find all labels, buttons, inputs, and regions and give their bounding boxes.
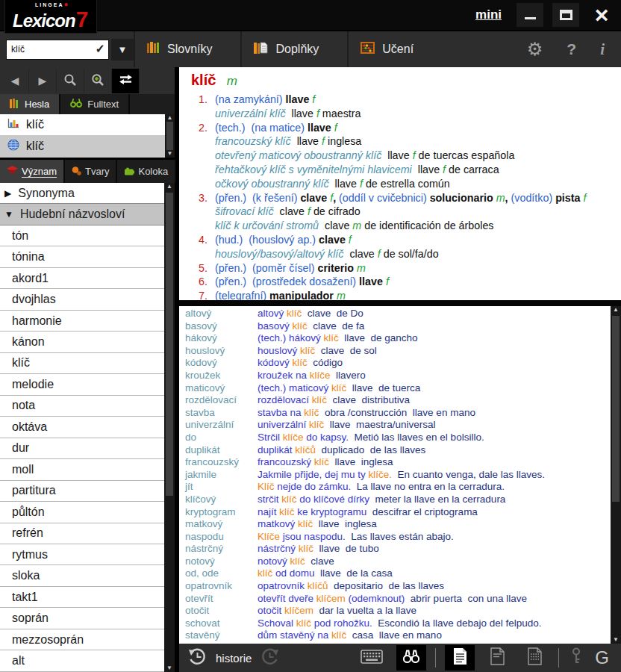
sidebar-item[interactable]: půltón: [0, 502, 164, 523]
sidebar-item[interactable]: alt: [0, 650, 164, 671]
collocations-scrollbar[interactable]: ▲ ▼: [611, 306, 621, 644]
info-icon[interactable]: i: [600, 40, 605, 59]
sidebar-item[interactable]: tón: [0, 225, 164, 246]
google-search-button[interactable]: G: [595, 647, 609, 668]
sense-line: 2.(tech.) (na matice) llave f: [188, 121, 618, 135]
sidebar-item[interactable]: oktáva: [0, 417, 164, 438]
scrollbar-thumb[interactable]: [166, 193, 173, 496]
scrollbar-thumb[interactable]: [612, 316, 620, 502]
fulltext-magnifier-button[interactable]: [84, 69, 112, 93]
abacus-icon: [361, 42, 375, 57]
search-confirm-icon[interactable]: ✓: [96, 42, 105, 56]
collocation-row[interactable]: altovýaltový klíč clave de Do: [185, 308, 609, 320]
back-button[interactable]: ◀: [1, 69, 29, 93]
headword-item-selected[interactable]: klíč: [0, 136, 165, 158]
tab-uceni[interactable]: Učení: [347, 31, 442, 67]
collocation-row[interactable]: otevřítotevřít dveře klíčem (odemknout) …: [185, 593, 609, 606]
scrollbar-thumb[interactable]: [166, 122, 173, 150]
collocation-row[interactable]: univerzálníuniverzální klíč llave maestr…: [185, 419, 609, 432]
forward-button[interactable]: ▶: [29, 69, 57, 93]
collocation-row[interactable]: duplikátduplikát klíčů duplicado de las …: [185, 444, 609, 457]
collocation-row[interactable]: stavěnýdům stavěný na klíč casa llave en…: [185, 629, 609, 642]
group-hudebni-nazvoslovi[interactable]: ▼ Hudební názvosloví: [0, 204, 164, 225]
sidebar-item[interactable]: dur: [0, 438, 164, 459]
headword-scrollbar[interactable]: ▲ ▼: [165, 114, 175, 158]
collocation-row[interactable]: houslovýhouslový klíč clave de sol: [185, 345, 609, 358]
collocation-row[interactable]: naspoduKlíče jsou naspodu. Las llaves es…: [185, 531, 609, 544]
swap-languages-button[interactable]: [112, 69, 140, 93]
tab-tvary[interactable]: Tvary: [65, 160, 118, 183]
history-back-icon[interactable]: [188, 647, 207, 669]
collocation-row[interactable]: hákový(tech.) hákový klíč llave de ganch…: [185, 332, 609, 345]
sidebar-item[interactable]: klíč: [0, 353, 164, 374]
tab-vyznam[interactable]: Význam: [0, 160, 65, 183]
magnifier-plus-icon: [91, 73, 104, 89]
sidebar-item[interactable]: sloka: [0, 565, 164, 586]
history-forward-icon[interactable]: [260, 647, 279, 669]
tab-doplnky[interactable]: Doplňky: [240, 31, 347, 67]
collocation-row[interactable]: od, odeklíč od domu llave de la casa: [185, 567, 609, 580]
collocation-row[interactable]: matkovýmatkový klíč llave inglesa: [185, 518, 609, 531]
collocation-row[interactable]: schovatSchoval klíč pod rohožku. Escondi…: [185, 617, 609, 630]
view-compact-entry-button[interactable]: [519, 645, 549, 671]
collocation-headword: basový: [185, 320, 258, 333]
example-line: francouzský klíč llave f inglesa: [188, 134, 618, 149]
history-label[interactable]: historie: [216, 652, 252, 665]
tab-hesla[interactable]: Hesla: [0, 94, 60, 114]
sidebar-item[interactable]: kánon: [0, 332, 164, 352]
sidebar-item[interactable]: nota: [0, 396, 164, 417]
view-full-entry-button[interactable]: [445, 645, 475, 671]
collocation-row[interactable]: nástrčnýnástrčný klíč llave de tubo: [185, 543, 609, 556]
group-synonyma[interactable]: ▶ Synonyma: [0, 183, 164, 204]
collocation-row[interactable]: klíčovýstrčit klíč do klíčové dírky mete…: [185, 494, 609, 506]
sidebar-item[interactable]: soprán: [0, 608, 164, 629]
collocation-row[interactable]: doStrčil klíče do kapsy. Metió las llave…: [185, 432, 609, 444]
search-magnifier-button[interactable]: [57, 69, 84, 93]
search-history-dropdown[interactable]: ▼: [111, 39, 134, 60]
collocation-row[interactable]: jítKlíč nejde do zámku. La llave no entr…: [185, 481, 609, 494]
collocation-row[interactable]: kroužekkroužek na klíče llavero: [185, 370, 609, 382]
key-icon[interactable]: [571, 647, 581, 668]
collocation-row[interactable]: kódovýkódový klíč código: [185, 357, 609, 370]
collocation-row[interactable]: rozdělovacírozdělovací klíč clave distri…: [185, 394, 609, 407]
tab-slovniky[interactable]: Slovníky: [134, 31, 240, 67]
sidebar-item[interactable]: mezzosoprán: [0, 629, 164, 650]
sidebar-item[interactable]: moll: [0, 459, 164, 480]
category-scrollbar[interactable]: ▲ ▼: [164, 183, 175, 672]
gear-icon[interactable]: ⚙: [527, 39, 543, 60]
sidebar-item[interactable]: tónina: [0, 246, 164, 267]
tab-koloka[interactable]: Koloka: [117, 160, 176, 183]
collocation-row[interactable]: basovýbasový klíč clave de fa: [185, 320, 609, 333]
sidebar-item[interactable]: dvojhlas: [0, 289, 164, 310]
sidebar-item[interactable]: takt1: [0, 587, 164, 608]
sidebar-item[interactable]: akord1: [0, 268, 164, 289]
headword-item[interactable]: klíč: [0, 114, 165, 136]
maximize-button[interactable]: [552, 3, 579, 27]
collocation-row[interactable]: notovýnotový klíč clave: [185, 556, 609, 568]
collocation-row[interactable]: strčitstrčil klíč do zámku metió la llav…: [185, 642, 609, 644]
group-label: Hudební názvosloví: [20, 208, 125, 221]
sidebar-item[interactable]: melodie: [0, 374, 164, 395]
mini-mode-button[interactable]: mini: [475, 7, 502, 22]
view-medium-entry-button[interactable]: [482, 645, 512, 671]
fulltext-search-button[interactable]: [396, 645, 426, 671]
sidebar-item[interactable]: harmonie: [0, 311, 164, 332]
collocation-row[interactable]: maticový(tech.) maticový klíč llave de t…: [185, 382, 609, 395]
tab-fulltext[interactable]: Fulltext: [60, 94, 130, 114]
sidebar-item[interactable]: refrén: [0, 523, 164, 544]
collocation-row[interactable]: stavbastavba na klíč obra /construcción …: [185, 407, 609, 420]
help-icon[interactable]: ?: [567, 40, 576, 58]
keyboard-icon[interactable]: [361, 650, 383, 667]
search-input[interactable]: [6, 40, 109, 60]
panel-divider[interactable]: [179, 300, 621, 306]
collocation-row[interactable]: francouzskýfrancouzský klíč llave ingles…: [185, 456, 609, 469]
collocation-row[interactable]: otočitotočit klíčem dar la vuelta a la l…: [185, 605, 609, 617]
collocation-headword: hákový: [185, 332, 258, 345]
minimize-button[interactable]: [517, 3, 543, 27]
collocation-row[interactable]: opatrovníkopatrovník klíčů depositario d…: [185, 580, 609, 593]
collocation-row[interactable]: kryptogramnajít klíč ke kryptogramu desc…: [185, 506, 609, 519]
sidebar-item[interactable]: rytmus: [0, 544, 164, 565]
collocation-row[interactable]: jakmileJakmile přijde, dej mu ty klíče. …: [185, 469, 609, 482]
sidebar-item[interactable]: partitura: [0, 481, 164, 502]
close-button[interactable]: ×: [588, 3, 615, 27]
